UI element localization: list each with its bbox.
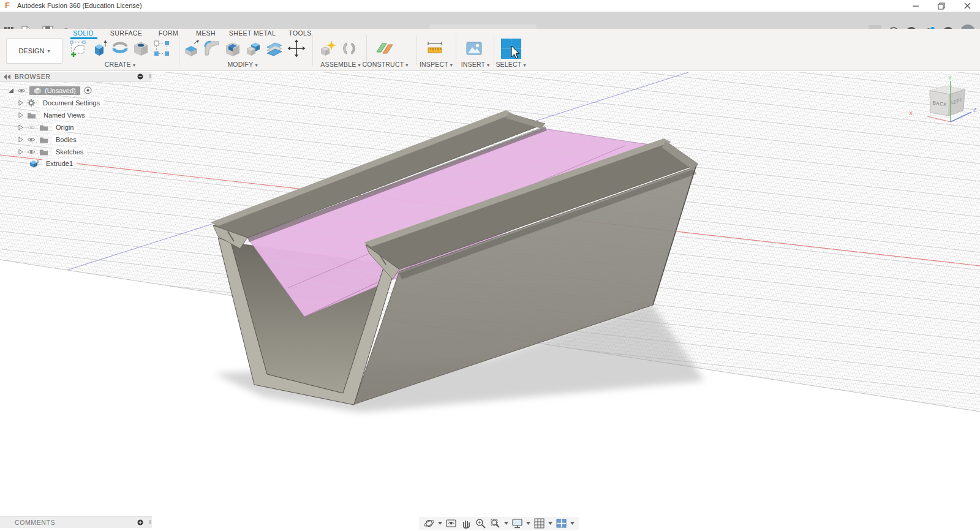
zoom-icon[interactable] bbox=[475, 518, 486, 529]
viewports-icon[interactable] bbox=[556, 518, 567, 529]
close-icon bbox=[964, 2, 971, 9]
visibility-eye-icon[interactable] bbox=[17, 88, 26, 94]
folder-icon bbox=[27, 111, 36, 119]
comments-add-icon[interactable] bbox=[137, 519, 143, 525]
pattern-icon[interactable] bbox=[152, 39, 172, 58]
extrude-icon[interactable] bbox=[89, 39, 109, 58]
comments-title: COMMENTS bbox=[15, 519, 55, 526]
group-modify[interactable]: MODIFY ▾ bbox=[209, 61, 276, 68]
chevron-down-icon[interactable] bbox=[438, 522, 442, 525]
construct-plane-icon[interactable] bbox=[375, 39, 394, 58]
chevron-down-icon[interactable] bbox=[504, 522, 508, 525]
activate-radio-icon[interactable] bbox=[84, 86, 92, 94]
chevron-down-icon: ▾ bbox=[48, 48, 50, 54]
root-component[interactable]: (Unsaved) bbox=[29, 86, 80, 95]
navigation-bar bbox=[419, 517, 579, 530]
ribbon-toolbar: DESIGN ▾ SOLID SURFACE FORM MESH SHEET M… bbox=[0, 29, 980, 71]
browser-item-label[interactable]: Named Views bbox=[40, 111, 89, 119]
expand-open-icon[interactable] bbox=[9, 88, 13, 93]
group-select[interactable]: SELECT ▾ bbox=[477, 61, 545, 68]
display-settings-icon[interactable] bbox=[511, 518, 523, 529]
browser-row-sketches[interactable]: Sketches bbox=[18, 146, 87, 157]
expand-closed-icon[interactable] bbox=[18, 124, 23, 130]
shell-icon[interactable] bbox=[223, 39, 243, 58]
orbit-icon[interactable] bbox=[423, 518, 435, 529]
group-create[interactable]: CREATE ▾ bbox=[86, 61, 154, 68]
restore-button[interactable] bbox=[932, 1, 951, 10]
browser-item-label[interactable]: Bodies bbox=[52, 135, 80, 144]
browser-row-origin[interactable]: Origin bbox=[18, 122, 77, 132]
expand-closed-icon[interactable] bbox=[18, 112, 23, 118]
pan-icon[interactable] bbox=[460, 518, 472, 529]
close-button[interactable] bbox=[958, 1, 976, 10]
chevron-down-icon[interactable] bbox=[570, 522, 575, 525]
joint-icon[interactable] bbox=[339, 39, 359, 58]
workspace-selector[interactable]: DESIGN ▾ bbox=[6, 38, 62, 64]
browser-item-label[interactable]: Document Settings bbox=[39, 99, 104, 107]
folder-icon bbox=[39, 124, 48, 131]
extrude-feature-icon bbox=[29, 159, 39, 168]
browser-item-label[interactable]: Origin bbox=[52, 123, 77, 132]
x-axis-label: X bbox=[909, 110, 913, 116]
minimize-button[interactable] bbox=[907, 1, 925, 10]
tab-sheet-metal[interactable]: SHEET METAL bbox=[225, 29, 280, 37]
workspace-label: DESIGN bbox=[18, 47, 44, 55]
browser-row-bodies[interactable]: Bodies bbox=[18, 134, 80, 145]
chevron-down-icon[interactable] bbox=[526, 522, 530, 525]
group-separator bbox=[179, 35, 179, 66]
panel-display-icon[interactable] bbox=[137, 73, 143, 80]
combine-icon[interactable] bbox=[244, 39, 263, 58]
tab-tools[interactable]: TOOLS bbox=[273, 29, 328, 37]
mouse-cursor bbox=[511, 45, 523, 61]
split-body-icon[interactable] bbox=[265, 39, 284, 58]
create-sketch-icon[interactable] bbox=[69, 39, 88, 58]
visibility-eye-icon[interactable] bbox=[27, 149, 36, 155]
fusion-logo-icon: F bbox=[5, 1, 13, 10]
comments-panel[interactable]: COMMENTS ‖ bbox=[0, 516, 152, 528]
folder-icon bbox=[39, 136, 48, 143]
y-axis-label: Y bbox=[948, 75, 952, 81]
panel-grip[interactable]: ‖ bbox=[149, 73, 151, 80]
browser-title: BROWSER bbox=[15, 73, 50, 80]
revolve-icon[interactable] bbox=[110, 39, 130, 58]
expand-closed-icon[interactable] bbox=[18, 149, 23, 155]
restore-icon bbox=[938, 2, 945, 10]
measure-icon[interactable] bbox=[425, 39, 445, 58]
expand-closed-icon[interactable] bbox=[18, 137, 23, 143]
look-at-icon[interactable] bbox=[445, 518, 457, 529]
title-bar: F Autodesk Fusion 360 (Education License… bbox=[0, 0, 980, 12]
window-title: Autodesk Fusion 360 (Education License) bbox=[17, 2, 142, 9]
fit-icon[interactable] bbox=[489, 518, 501, 529]
press-pull-icon[interactable] bbox=[181, 39, 201, 58]
insert-canvas-icon[interactable] bbox=[464, 39, 484, 58]
browser-item-label[interactable]: Sketches bbox=[52, 148, 87, 156]
visibility-eye-off-icon[interactable] bbox=[27, 124, 36, 130]
browser-row-document-settings[interactable]: Document Settings bbox=[18, 97, 104, 108]
expand-closed-icon[interactable] bbox=[18, 100, 23, 106]
browser-row-extrude1[interactable]: Extrude1 bbox=[29, 158, 77, 168]
gear-icon bbox=[27, 99, 36, 107]
component-cube-icon bbox=[34, 87, 42, 94]
browser-item-label[interactable]: Extrude1 bbox=[42, 159, 77, 168]
chevron-down-icon[interactable] bbox=[548, 522, 552, 525]
folder-icon bbox=[39, 148, 48, 156]
fusion360-window: BACK LEFT X Y Z F Autodesk Fusion 360 (E… bbox=[0, 0, 980, 531]
tab-strip: Clip_40-80*(1) ✕ + ? MF bbox=[0, 12, 980, 29]
browser-header[interactable]: BROWSER ‖ bbox=[0, 72, 152, 82]
collapse-panel-icon[interactable] bbox=[4, 74, 11, 80]
grid-snaps-icon[interactable] bbox=[533, 518, 545, 529]
browser-row-named-views[interactable]: Named Views bbox=[18, 110, 89, 120]
move-icon[interactable] bbox=[287, 39, 306, 58]
visibility-eye-icon[interactable] bbox=[27, 137, 36, 143]
z-axis-label: Z bbox=[973, 107, 977, 113]
new-component-icon[interactable] bbox=[317, 39, 337, 58]
browser-root-row[interactable]: (Unsaved) bbox=[9, 85, 92, 96]
fillet-icon[interactable] bbox=[202, 39, 222, 58]
panel-grip[interactable]: ‖ bbox=[149, 519, 151, 525]
hole-icon[interactable] bbox=[131, 39, 151, 58]
